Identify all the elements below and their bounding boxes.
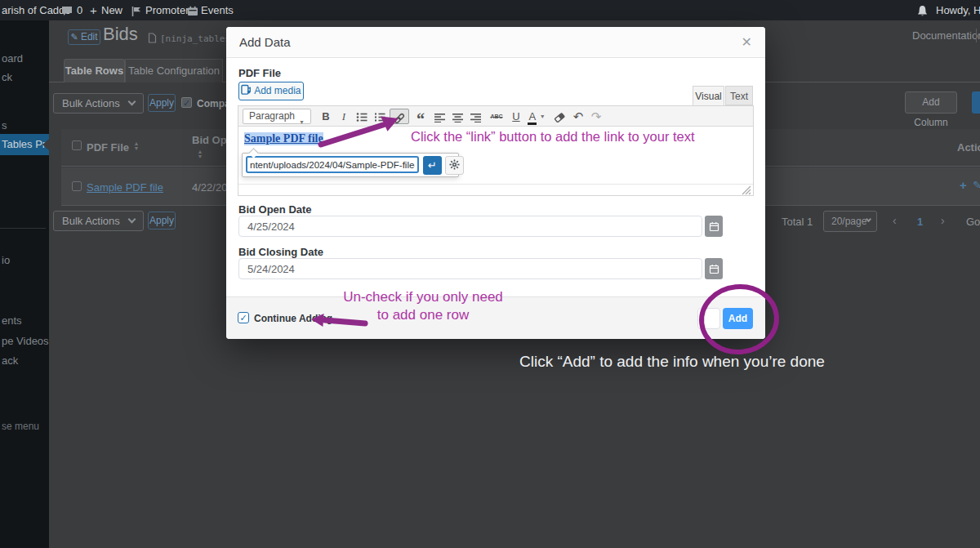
row-checkbox[interactable] <box>72 181 82 191</box>
flag-icon[interactable] <box>131 0 142 20</box>
pencil-icon: ✎ <box>70 32 78 42</box>
sidebar-item-5[interactable]: io <box>2 254 10 266</box>
chevron-down-icon <box>128 216 136 224</box>
italic-button[interactable]: I <box>336 109 352 124</box>
site-name-menu[interactable]: arish of Caddo <box>2 0 71 20</box>
bullet-list-button[interactable] <box>354 109 370 124</box>
active-menu-arrow <box>42 139 49 150</box>
tab-table-rows[interactable]: Table Rows <box>64 59 125 82</box>
text-color-button[interactable]: A ▼ <box>525 109 548 124</box>
goto-label: Go <box>966 216 980 228</box>
bulk-actions-select-bottom[interactable]: Bulk Actions <box>53 211 144 231</box>
bold-button[interactable]: B <box>318 109 334 124</box>
column-header-bid-open[interactable]: Bid Ope <box>192 134 226 146</box>
numbered-list-button[interactable] <box>372 109 388 124</box>
close-icon[interactable]: ✕ <box>742 34 752 50</box>
tab-table-configuration[interactable]: Table Configuration <box>125 59 223 82</box>
bid-closing-calendar-button[interactable] <box>705 258 723 279</box>
check-icon: ✓ <box>239 313 247 323</box>
editor-statusbar <box>238 184 753 195</box>
shortcode[interactable]: [ninja_tables id="59 <box>160 33 226 44</box>
pdf-file-label: PDF File <box>238 67 281 79</box>
row-edit-icon[interactable]: ✎ <box>973 179 980 191</box>
calendar-icon[interactable] <box>187 0 198 20</box>
tab-text[interactable]: Text <box>725 86 753 105</box>
bid-closing-date-input[interactable] <box>238 258 702 279</box>
sort-icon[interactable]: ▲▼ <box>133 141 140 151</box>
sidebar-item-7[interactable]: pe Videos <box>2 335 49 347</box>
plus-icon[interactable]: + <box>90 0 97 20</box>
events-menu[interactable]: Events <box>201 0 234 20</box>
sort-icon[interactable]: ▲▼ <box>197 149 203 159</box>
comments-icon[interactable] <box>61 0 73 20</box>
apply-link-button[interactable]: ↵ <box>423 156 442 175</box>
documentation-link[interactable]: Documentation <box>912 29 980 42</box>
next-page-icon[interactable]: › <box>941 214 945 227</box>
bid-open-calendar-button[interactable] <box>705 216 723 237</box>
admin-bar: arish of Caddo 0 + New Promoter Events H… <box>0 0 980 20</box>
pagination-total: Total 1 <box>782 216 813 228</box>
enter-icon: ↵ <box>428 159 437 172</box>
apply-button-bottom[interactable]: Apply <box>148 212 176 229</box>
sidebar: oard ck s Tables Pro io ents pe Videos a… <box>0 20 49 548</box>
editor-content[interactable]: Sample PDF file ↵ <box>238 127 753 184</box>
add-media-button[interactable]: Add media <box>238 82 304 100</box>
link-url-popup: ↵ <box>242 153 459 177</box>
column-header-actions: Actio <box>957 141 980 154</box>
editor-toolbar: Paragraph ▼ B I “ <box>238 106 753 127</box>
sidebar-item-ninja-tables-pro[interactable]: Tables Pro <box>0 134 49 155</box>
numbered-list-icon <box>374 112 385 123</box>
redo-icon[interactable]: ↷ <box>588 109 604 124</box>
select-all-checkbox[interactable] <box>72 140 82 150</box>
tab-visual[interactable]: Visual <box>693 86 724 105</box>
sidebar-item-2[interactable]: ck <box>2 71 12 83</box>
remove-format-button[interactable] <box>551 109 568 124</box>
align-left-button[interactable] <box>431 109 448 124</box>
blockquote-button[interactable]: “ <box>412 109 429 124</box>
comments-count[interactable]: 0 <box>77 0 82 20</box>
modal-header: Add Data ✕ <box>226 27 765 58</box>
cancel-button[interactable] <box>697 308 720 329</box>
shortcode-copy-icon[interactable] <box>148 32 157 47</box>
howdy-menu[interactable]: Howdy, Hayl <box>936 0 980 20</box>
paragraph-format-select[interactable]: Paragraph ▼ <box>243 109 311 124</box>
sidebar-item-6[interactable]: ents <box>2 314 22 327</box>
sidebar-item-8[interactable]: ack <box>2 354 18 367</box>
link-icon <box>394 113 405 124</box>
sample-pdf-link[interactable]: Sample PDF file <box>244 132 323 145</box>
calendar-icon <box>709 264 719 274</box>
align-right-button[interactable] <box>467 109 483 124</box>
align-center-button[interactable] <box>449 109 466 124</box>
collapse-menu[interactable]: se menu <box>2 421 39 432</box>
bid-open-date-input[interactable] <box>238 216 702 237</box>
current-page[interactable]: 1 <box>917 216 923 228</box>
rich-text-editor: Paragraph ▼ B I “ <box>238 105 754 196</box>
underline-button[interactable]: U <box>509 109 523 124</box>
link-url-input[interactable] <box>246 156 419 173</box>
bell-icon[interactable] <box>916 0 929 20</box>
link-button[interactable] <box>390 109 409 124</box>
align-right-icon <box>470 113 481 123</box>
strikethrough-button[interactable]: ABC <box>486 109 507 124</box>
sidebar-item-3[interactable]: s <box>2 119 7 131</box>
resize-grip-icon[interactable] <box>742 185 751 195</box>
column-header-pdf-file[interactable]: PDF File <box>87 141 129 154</box>
prev-page-icon[interactable]: ‹ <box>893 214 897 227</box>
link-settings-button[interactable] <box>445 156 464 175</box>
add-button[interactable]: Add <box>723 308 753 329</box>
new-menu[interactable]: New <box>101 0 122 20</box>
undo-icon[interactable]: ↶ <box>570 109 586 124</box>
edit-button[interactable]: ✎ Edit <box>68 29 100 45</box>
add-column-button[interactable]: Add Column <box>905 91 957 114</box>
bulk-actions-select-top[interactable]: Bulk Actions <box>53 93 144 114</box>
add-data-button-cut[interactable] <box>972 91 980 114</box>
row-add-icon[interactable]: + <box>960 178 967 192</box>
promoter-menu[interactable]: Promoter <box>145 0 189 20</box>
continue-adding-checkbox[interactable]: ✓ <box>238 312 249 323</box>
apply-button-top[interactable]: Apply <box>148 94 176 112</box>
sidebar-item-dashboard[interactable]: oard <box>2 52 23 65</box>
per-page-select[interactable]: 20/page <box>823 211 877 232</box>
compact-checkbox[interactable]: ✓ <box>181 97 192 108</box>
modal-footer: ✓ Continue Adding Add <box>226 296 765 339</box>
row-pdf-link[interactable]: Sample PDF file <box>87 181 163 194</box>
